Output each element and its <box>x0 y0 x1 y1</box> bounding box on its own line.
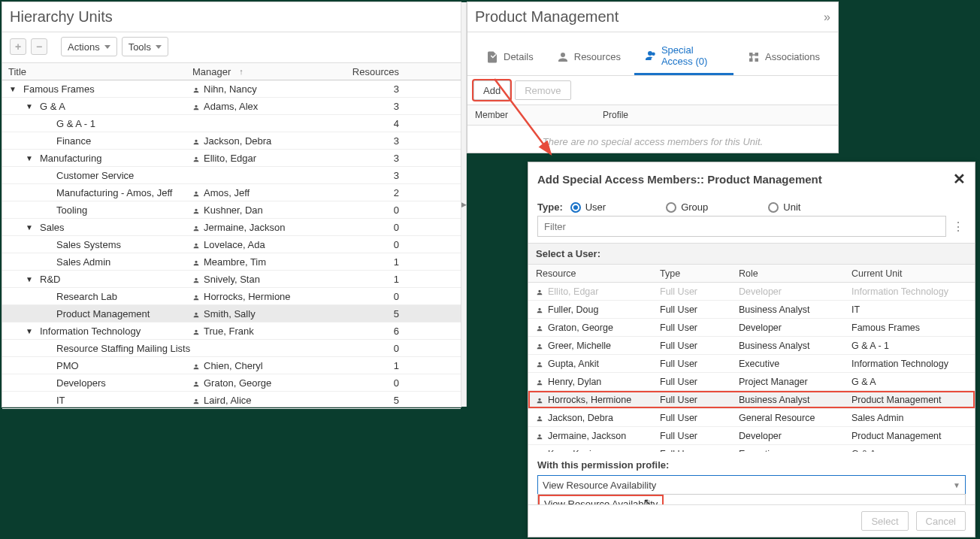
tree-row[interactable]: PMOChien, Cheryl1 <box>2 357 461 374</box>
collapse-panel-icon[interactable]: » <box>824 11 830 24</box>
unit-title: Sales Admin <box>56 256 110 268</box>
user-unit: IT <box>851 304 975 315</box>
remove-unit-button[interactable]: − <box>31 38 47 55</box>
type-group-radio[interactable]: Group <box>666 201 708 213</box>
person-icon <box>536 450 543 453</box>
person-icon <box>192 154 200 162</box>
user-row[interactable]: Greer, MichelleFull UserBusiness Analyst… <box>528 337 975 355</box>
unit-title: Developers <box>56 377 106 389</box>
permission-select[interactable]: View Resource Availability ▼ <box>537 475 966 495</box>
unit-title: Sales Systems <box>56 239 121 250</box>
tree-row[interactable]: Information TechnologyTrue, Frank6 <box>2 322 461 340</box>
tree-row[interactable]: Famous FramesNihn, Nancy3 <box>2 80 461 98</box>
col-member[interactable]: Member <box>467 105 595 125</box>
add-special-access-modal: Add Special Access Members:: Product Man… <box>528 162 975 537</box>
tree-row[interactable]: FinanceJackson, Debra3 <box>2 132 461 150</box>
user-table-body[interactable]: Ellito, EdgarFull UserDeveloperInformati… <box>528 283 975 452</box>
user-row[interactable]: Henry, DylanFull UserProject ManagerG & … <box>528 373 975 391</box>
tree-row[interactable]: Resource Staffing Mailing Lists0 <box>2 340 461 357</box>
empty-message: There are no special access members for … <box>467 126 838 158</box>
user-name: Ellito, Edgar <box>548 286 598 297</box>
tree-row[interactable]: ToolingKushner, Dan0 <box>2 201 461 219</box>
tab-details[interactable]: Details <box>476 38 543 75</box>
expand-toggle-icon[interactable] <box>25 102 34 111</box>
user-role: Developer <box>739 286 851 297</box>
col-manager-header[interactable]: Manager↑ <box>192 66 335 77</box>
col-resource[interactable]: Resource <box>528 268 660 279</box>
expand-toggle-icon[interactable] <box>8 85 17 93</box>
user-row[interactable]: Fuller, DougFull UserBusiness AnalystIT <box>528 301 975 319</box>
tree-row[interactable]: R&DSnively, Stan1 <box>2 271 461 288</box>
expand-toggle-icon[interactable] <box>25 327 34 335</box>
user-unit: Product Management <box>851 431 975 441</box>
resource-count: 4 <box>335 118 461 129</box>
person-icon <box>536 360 543 368</box>
sort-asc-icon: ↑ <box>239 67 243 76</box>
cancel-button[interactable]: Cancel <box>916 511 966 531</box>
panel-divider[interactable]: ▶ <box>461 2 467 407</box>
col-type[interactable]: Type <box>660 268 739 279</box>
expand-toggle-icon[interactable] <box>25 275 34 283</box>
user-row[interactable]: Jermaine, JacksonFull UserDeveloperProdu… <box>528 427 975 445</box>
add-button[interactable]: Add <box>473 80 510 100</box>
user-row[interactable]: Graton, GeorgeFull UserDeveloperFamous F… <box>528 319 975 337</box>
expand-toggle-icon[interactable] <box>25 223 34 232</box>
user-name: Kern, Kevin <box>548 449 597 453</box>
tab-special-access[interactable]: Special Access (0) <box>634 38 733 75</box>
col-title-header[interactable]: Title <box>2 66 192 77</box>
filter-menu-icon[interactable]: ⋮ <box>951 216 966 237</box>
user-row[interactable]: Horrocks, HermioneFull UserBusiness Anal… <box>528 391 975 409</box>
tree-row[interactable]: Research LabHorrocks, Hermione0 <box>2 288 461 305</box>
user-row[interactable]: Kern, KevinFull UserExecutiveG & A <box>528 445 975 452</box>
user-row[interactable]: Jackson, DebraFull UserGeneral ResourceS… <box>528 409 975 427</box>
tab-resources[interactable]: Resources <box>547 38 630 75</box>
tree-row[interactable]: Sales AdminMeambre, Tim1 <box>2 253 461 271</box>
user-unit: G & A <box>851 377 975 387</box>
actions-dropdown[interactable]: Actions <box>61 37 117 56</box>
col-current-unit[interactable]: Current Unit <box>851 268 975 279</box>
special-toolbar: Add Remove <box>467 76 838 104</box>
col-resources-header[interactable]: Resources <box>335 66 461 77</box>
user-row[interactable]: Gupta, AnkitFull UserExecutiveInformatio… <box>528 355 975 373</box>
resource-count: 3 <box>335 153 461 164</box>
user-table-header: Resource Type Role Current Unit <box>528 265 975 283</box>
user-name: Horrocks, Hermione <box>548 395 631 405</box>
user-row[interactable]: Ellito, EdgarFull UserDeveloperInformati… <box>528 283 975 301</box>
tree-row[interactable]: DevelopersGraton, George0 <box>2 374 461 392</box>
user-type: Full User <box>660 341 739 351</box>
user-role: Developer <box>739 322 851 333</box>
select-button[interactable]: Select <box>861 511 908 531</box>
manager-name: Jackson, Debra <box>204 135 271 147</box>
person-icon <box>536 288 543 295</box>
close-icon[interactable]: ✕ <box>953 170 966 188</box>
tree-row[interactable]: Customer Service3 <box>2 167 461 184</box>
add-unit-button[interactable]: + <box>10 38 26 55</box>
type-unit-radio[interactable]: Unit <box>768 201 800 213</box>
tools-dropdown[interactable]: Tools <box>122 37 168 56</box>
member-header: Member Profile <box>467 104 838 126</box>
user-type: Full User <box>660 395 739 405</box>
tree-row[interactable]: Manufacturing - Amos, JeffAmos, Jeff2 <box>2 184 461 201</box>
tab-associations[interactable]: Associations <box>738 38 829 75</box>
col-role[interactable]: Role <box>739 268 851 279</box>
expand-toggle-icon[interactable] <box>25 154 34 162</box>
resource-count: 3 <box>335 101 461 112</box>
filter-input[interactable] <box>537 216 946 237</box>
tree-row[interactable]: G & A - 14 <box>2 115 461 132</box>
unit-title: G & A <box>40 101 65 112</box>
tree-row[interactable]: Sales SystemsLovelace, Ada0 <box>2 236 461 253</box>
manager-name: Graton, George <box>204 377 271 389</box>
tree-row[interactable]: ITLaird, Alice5 <box>2 392 461 409</box>
tree-row[interactable]: Product ManagementSmith, Sally5 <box>2 305 461 322</box>
tree-row[interactable]: SalesJermaine, Jackson0 <box>2 219 461 236</box>
unit-title: G & A - 1 <box>56 118 95 129</box>
col-profile[interactable]: Profile <box>595 105 838 125</box>
resource-count: 5 <box>335 395 461 406</box>
unit-title: Customer Service <box>56 170 134 181</box>
manager-name: Horrocks, Hermione <box>204 291 291 302</box>
tree-row[interactable]: G & AAdams, Alex3 <box>2 98 461 115</box>
type-user-radio[interactable]: User <box>570 201 606 213</box>
person-icon <box>192 310 200 317</box>
user-type: Full User <box>660 286 739 297</box>
tree-row[interactable]: ManufacturingEllito, Edgar3 <box>2 150 461 167</box>
